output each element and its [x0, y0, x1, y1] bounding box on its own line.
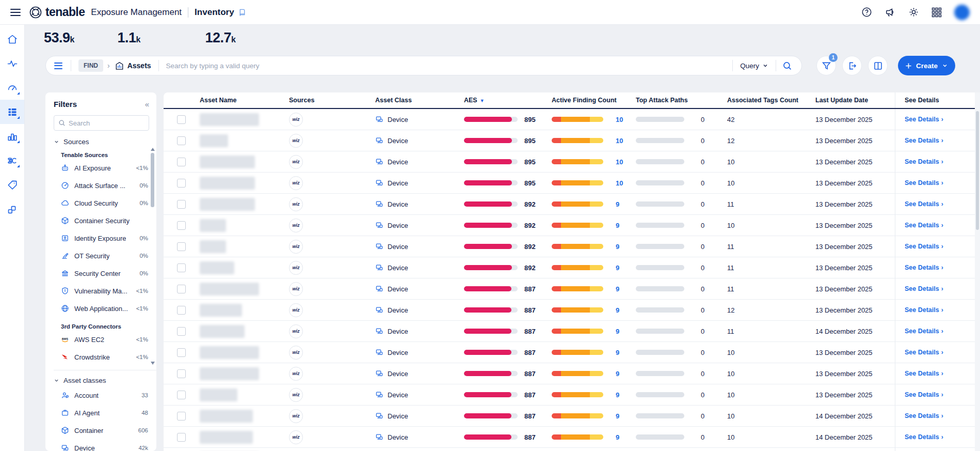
filter-item-aws-ec2[interactable]: awsAWS EC2<1% — [54, 331, 156, 348]
sidebar-item-home[interactable] — [0, 27, 24, 51]
create-button[interactable]: Create — [898, 56, 955, 75]
filter-item-ai-exposure[interactable]: AI Exposure<1% — [54, 159, 156, 177]
filter-item-cloud-security[interactable]: Cloud Security0% — [54, 194, 156, 212]
row-checkbox[interactable] — [177, 115, 186, 124]
asset-name-cell[interactable] — [200, 219, 289, 232]
asset-name-cell[interactable] — [200, 261, 289, 274]
wiz-source-badge[interactable]: wiz — [289, 261, 303, 275]
column-header-active-finding-count[interactable]: Active Finding Count — [552, 97, 636, 104]
column-header-aes[interactable]: AES▼ — [464, 97, 552, 104]
row-checkbox[interactable] — [177, 179, 186, 188]
row-checkbox[interactable] — [177, 327, 186, 336]
sort-desc-icon[interactable]: ▼ — [480, 98, 485, 103]
run-search-icon[interactable] — [776, 61, 798, 71]
asset-name-cell[interactable] — [200, 304, 289, 317]
filter-item-device[interactable]: Device42k — [54, 439, 156, 451]
active-finding-count-link[interactable]: 9 — [616, 433, 619, 441]
query-menu-icon[interactable] — [46, 63, 71, 69]
active-finding-count-link[interactable]: 9 — [616, 328, 619, 335]
columns-button[interactable] — [868, 56, 888, 75]
scrollbar-thumb[interactable] — [151, 153, 154, 207]
active-finding-count-link[interactable]: 9 — [616, 243, 619, 251]
active-finding-count-link[interactable]: 9 — [616, 200, 619, 208]
sidebar-item-gauge[interactable] — [0, 75, 24, 100]
wiz-source-badge[interactable]: wiz — [289, 324, 303, 338]
sidebar-item-tag[interactable] — [0, 173, 24, 197]
active-finding-count-link[interactable]: 10 — [616, 137, 623, 145]
docs-book-icon[interactable] — [238, 8, 246, 16]
see-details-link[interactable]: See Details› — [905, 222, 943, 229]
asset-name-cell[interactable] — [200, 283, 289, 296]
filter-item-ot-security[interactable]: OT Security0% — [54, 247, 156, 265]
filter-item-security-center[interactable]: Security Center0% — [54, 265, 156, 282]
sidebar-item-connector[interactable] — [0, 148, 24, 173]
filters-scrollbar[interactable] — [150, 148, 155, 365]
asset-name-cell[interactable] — [200, 177, 289, 190]
filter-item-identity-exposure[interactable]: Identity Exposure0% — [54, 229, 156, 247]
see-details-link[interactable]: See Details› — [905, 328, 943, 335]
asset-name-cell[interactable] — [200, 388, 289, 401]
user-avatar[interactable] — [954, 5, 970, 20]
active-finding-count-link[interactable]: 9 — [616, 370, 619, 378]
wiz-source-badge[interactable]: wiz — [289, 346, 303, 360]
asset-name-cell[interactable] — [200, 113, 289, 126]
filter-item-account[interactable]: Account33 — [54, 386, 156, 404]
see-details-link[interactable]: See Details› — [905, 285, 943, 292]
asset-name-cell[interactable] — [200, 155, 289, 168]
filters-search-input[interactable] — [69, 119, 144, 127]
active-finding-count-link[interactable]: 10 — [616, 158, 623, 166]
sidebar-item-pulse[interactable] — [0, 51, 24, 75]
active-finding-count-link[interactable]: 9 — [616, 285, 619, 293]
breadcrumb-assets[interactable]: Assets — [115, 61, 151, 70]
active-finding-count-link[interactable]: 9 — [616, 264, 619, 272]
wiz-source-badge[interactable]: wiz — [289, 430, 303, 444]
sidebar-item-chart[interactable] — [0, 124, 24, 148]
wiz-source-badge[interactable]: wiz — [289, 113, 303, 127]
column-header-top-attack-paths[interactable]: Top Attack Paths — [636, 97, 727, 104]
asset-name-cell[interactable] — [200, 240, 289, 253]
help-icon[interactable] — [861, 7, 872, 18]
row-checkbox[interactable] — [177, 412, 186, 421]
wiz-source-badge[interactable]: wiz — [289, 367, 303, 381]
wiz-source-badge[interactable]: wiz — [289, 303, 303, 317]
search-input[interactable] — [159, 62, 733, 70]
row-checkbox[interactable] — [177, 136, 186, 145]
column-header-associated-tags-count[interactable]: Associated Tags Count — [727, 97, 815, 104]
filters-button[interactable]: 1 — [816, 56, 836, 75]
filter-item-ai-agent[interactable]: AI Agent48 — [54, 404, 156, 422]
row-checkbox[interactable] — [177, 306, 186, 315]
see-details-link[interactable]: See Details› — [905, 370, 943, 377]
see-details-link[interactable]: See Details› — [905, 158, 943, 165]
filter-item-crowdstrike[interactable]: Crowdstrike<1% — [54, 348, 156, 366]
filter-item-container[interactable]: Container606 — [54, 422, 156, 439]
active-finding-count-link[interactable]: 9 — [616, 349, 619, 356]
row-checkbox[interactable] — [177, 158, 186, 166]
row-checkbox[interactable] — [177, 200, 186, 209]
breadcrumb-find-chip[interactable]: FIND — [78, 59, 103, 72]
wiz-source-badge[interactable]: wiz — [289, 282, 303, 296]
query-mode-dropdown[interactable]: Query — [733, 62, 776, 70]
row-checkbox[interactable] — [177, 285, 186, 293]
row-checkbox[interactable] — [177, 391, 186, 399]
row-checkbox[interactable] — [177, 348, 186, 357]
see-details-link[interactable]: See Details› — [905, 137, 943, 144]
column-header-sources[interactable]: Sources — [289, 97, 375, 104]
see-details-link[interactable]: See Details› — [905, 116, 943, 123]
wiz-source-badge[interactable]: wiz — [289, 176, 303, 190]
table-scrollbar[interactable] — [975, 92, 980, 451]
wiz-source-badge[interactable]: wiz — [289, 388, 303, 402]
see-details-link[interactable]: See Details› — [905, 391, 943, 398]
row-checkbox[interactable] — [177, 221, 186, 230]
gear-icon[interactable] — [908, 7, 919, 18]
see-details-link[interactable]: See Details› — [905, 243, 943, 250]
active-finding-count-link[interactable]: 10 — [616, 179, 623, 187]
asset-name-cell[interactable] — [200, 431, 289, 444]
column-header-see-details[interactable]: See Details — [895, 92, 980, 108]
row-checkbox[interactable] — [177, 433, 186, 442]
active-finding-count-link[interactable]: 9 — [616, 412, 619, 420]
main-menu-icon[interactable] — [10, 9, 21, 16]
wiz-source-badge[interactable]: wiz — [289, 240, 303, 254]
wiz-source-badge[interactable]: wiz — [289, 197, 303, 211]
active-finding-count-link[interactable]: 9 — [616, 306, 619, 314]
wiz-source-badge[interactable]: wiz — [289, 409, 303, 423]
